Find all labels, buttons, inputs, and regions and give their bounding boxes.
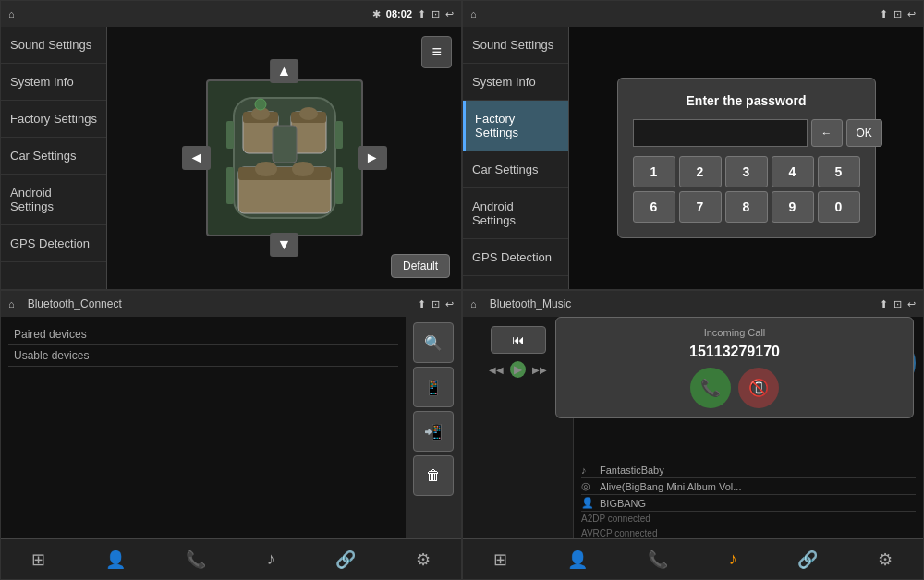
numpad-0[interactable]: 0: [818, 191, 860, 223]
numpad-1[interactable]: 1: [633, 156, 675, 187]
track-1[interactable]: ♪ FantasticBaby: [581, 463, 916, 478]
bluetooth-side-buttons: 🔍 📱 📲 🗑: [406, 317, 461, 538]
q1-status-bar: ⌂ ✱ 08:02 ⬆ ⊡ ↩: [1, 1, 461, 27]
nav-settings[interactable]: ⚙: [408, 546, 438, 574]
arrow-right-button[interactable]: ►: [358, 146, 387, 170]
q2-sidebar-car-settings[interactable]: Car Settings: [463, 151, 568, 188]
arrow-down-button[interactable]: ▼: [270, 233, 299, 257]
clock: 08:02: [386, 8, 412, 19]
nav-grid[interactable]: ⊞: [24, 546, 53, 574]
numpad-9[interactable]: 9: [772, 191, 814, 223]
q3-status-right: ⬆ ⊡ ↩: [418, 298, 454, 310]
q4-nav-music[interactable]: ♪: [722, 546, 745, 573]
home-icon-q3[interactable]: ⌂: [8, 298, 15, 309]
q2-factory-settings: ⌂ ⬆ ⊡ ↩ Sound Settings System Info Facto…: [462, 0, 924, 290]
window-icon-q4[interactable]: ⊡: [894, 298, 902, 310]
incoming-call-popup: Incoming Call 15113279170 📞 📵: [555, 317, 914, 418]
numpad-2[interactable]: 2: [679, 156, 722, 187]
home-icon-q4[interactable]: ⌂: [470, 298, 477, 309]
incoming-call-label: Incoming Call: [565, 327, 904, 338]
track-icon-1: ♪: [581, 465, 594, 476]
svg-rect-14: [226, 121, 234, 149]
sidebar-item-gps-detection[interactable]: GPS Detection: [1, 225, 106, 262]
q1-car-view-area: ≡ ▲ ◄: [107, 27, 461, 289]
password-input[interactable]: [633, 119, 808, 147]
phone-icon: 📱: [424, 379, 443, 396]
q2-sidebar-gps-detection[interactable]: GPS Detection: [463, 239, 568, 276]
track-list: ♪ FantasticBaby ◎ Alive(BigBang Mini Alb…: [581, 463, 916, 541]
prev-track-button[interactable]: ⏮: [491, 326, 546, 354]
backspace-button[interactable]: ←: [811, 119, 843, 147]
back-icon[interactable]: ↩: [445, 8, 454, 20]
nav-contacts[interactable]: 👤: [98, 546, 133, 574]
nav-phone[interactable]: 📞: [178, 546, 213, 574]
device-button-1[interactable]: 📱: [413, 367, 454, 407]
default-button[interactable]: Default: [391, 254, 450, 278]
numpad-3[interactable]: 3: [725, 156, 768, 187]
numpad-6[interactable]: 6: [633, 191, 675, 223]
numpad-5[interactable]: 5: [818, 156, 860, 187]
q3-status-bar: ⌂ Bluetooth_Connect ⬆ ⊡ ↩: [1, 291, 461, 317]
sidebar-item-factory-settings[interactable]: Factory Settings: [1, 101, 106, 138]
music-info-panel: Incoming Call 15113279170 📞 📵 ♪ Fantasti…: [574, 317, 923, 538]
svg-point-11: [292, 162, 314, 176]
playback-controls: ◀◀ ▶ ▶▶: [487, 363, 549, 376]
q4-nav-phone[interactable]: 📞: [640, 546, 675, 574]
numpad-4[interactable]: 4: [772, 156, 814, 187]
q2-status-right: ⬆ ⊡ ↩: [880, 8, 916, 20]
back-icon-q4[interactable]: ↩: [907, 298, 916, 310]
q4-nav-bluetooth[interactable]: 🔗: [790, 546, 825, 574]
speaker-button[interactable]: ≡: [421, 36, 452, 68]
expand-icon-q4[interactable]: ⬆: [880, 298, 888, 310]
home-icon[interactable]: ⌂: [8, 8, 15, 19]
expand-icon-q2[interactable]: ⬆: [880, 8, 888, 20]
search-button[interactable]: 🔍: [413, 322, 454, 363]
back-icon-q2[interactable]: ↩: [907, 8, 916, 20]
q2-sidebar-system-info[interactable]: System Info: [463, 64, 568, 101]
track-icon-3: 👤: [581, 497, 594, 509]
svg-rect-15: [335, 121, 343, 149]
q4-nav-contacts[interactable]: 👤: [560, 546, 595, 574]
usable-devices-item[interactable]: Usable devices: [8, 345, 398, 367]
q4-nav-grid[interactable]: ⊞: [486, 546, 515, 574]
track-3[interactable]: 👤 BIGBANG: [581, 495, 916, 512]
answer-call-button[interactable]: 📞: [690, 368, 731, 408]
sidebar-item-car-settings[interactable]: Car Settings: [1, 138, 106, 175]
expand-icon-q3[interactable]: ⬆: [418, 298, 426, 310]
sidebar-item-sound-settings[interactable]: Sound Settings: [1, 27, 106, 64]
q4-bottom-nav: ⊞ 👤 📞 ♪ 🔗 ⚙: [463, 538, 923, 579]
paired-devices-item[interactable]: Paired devices: [8, 324, 398, 345]
q3-main-content: Paired devices Usable devices 🔍 📱 📲 🗑: [1, 317, 461, 538]
delete-button[interactable]: 🗑: [413, 455, 454, 496]
q3-status-left: ⌂ Bluetooth_Connect: [8, 297, 122, 310]
sidebar-item-android-settings[interactable]: Android Settings: [1, 175, 106, 225]
ok-button[interactable]: OK: [846, 119, 882, 147]
signal-icon: ⬆: [418, 8, 426, 20]
window-icon-q2[interactable]: ⊡: [894, 8, 902, 20]
nav-bluetooth[interactable]: 🔗: [328, 546, 363, 574]
decline-call-button[interactable]: 📵: [738, 368, 779, 408]
numpad-8[interactable]: 8: [725, 191, 768, 223]
arrow-left-button[interactable]: ◄: [182, 146, 212, 170]
call-action-buttons: 📞 📵: [565, 368, 904, 408]
q4-nav-settings[interactable]: ⚙: [870, 546, 900, 574]
numpad-7[interactable]: 7: [679, 191, 722, 223]
q2-status-bar: ⌂ ⬆ ⊡ ↩: [463, 1, 923, 27]
window-icon[interactable]: ⊡: [432, 8, 440, 20]
sidebar-item-system-info[interactable]: System Info: [1, 64, 106, 101]
q2-sidebar-android-settings[interactable]: Android Settings: [463, 188, 568, 239]
dialog-title: Enter the password: [633, 93, 860, 108]
back-icon-q3[interactable]: ↩: [445, 298, 454, 310]
svg-rect-17: [335, 167, 343, 204]
q2-sidebar-sound-settings[interactable]: Sound Settings: [463, 27, 568, 64]
q2-sidebar-factory-settings[interactable]: Factory Settings: [463, 101, 568, 151]
nav-music[interactable]: ♪: [260, 546, 283, 573]
svg-rect-16: [226, 167, 234, 204]
arrow-up-button[interactable]: ▲: [270, 59, 299, 83]
q4-status-right: ⬆ ⊡ ↩: [880, 298, 916, 310]
q1-status-right: ✱ 08:02 ⬆ ⊡ ↩: [372, 8, 454, 20]
window-icon-q3[interactable]: ⊡: [432, 298, 440, 310]
home-icon-q2[interactable]: ⌂: [470, 8, 477, 19]
track-2[interactable]: ◎ Alive(BigBang Mini Album Vol...: [581, 478, 916, 495]
device-button-2[interactable]: 📲: [413, 411, 454, 452]
